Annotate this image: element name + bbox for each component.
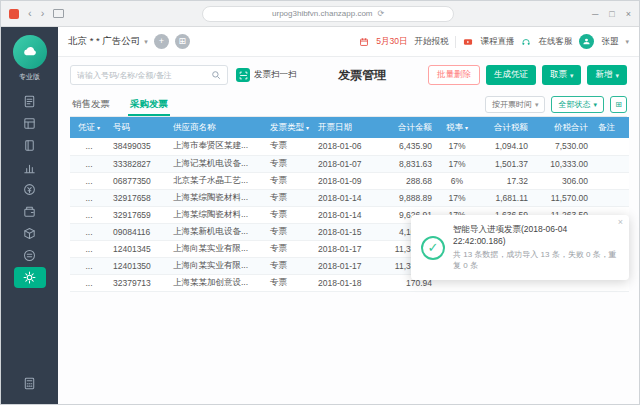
cell-tax: 1,094.10 [477, 138, 533, 155]
support-link[interactable]: 在线客服 [538, 36, 572, 48]
minimize-icon[interactable]: ─ [592, 9, 598, 19]
cell-date: 2018-01-09 [313, 172, 375, 189]
cell-number: 32917659 [108, 206, 168, 223]
column-header-number: 号码 [108, 117, 168, 138]
back-icon[interactable]: ‹ [28, 8, 32, 19]
sidebar-item-invoice[interactable] [14, 91, 46, 112]
cell-total: 10,333.00 [533, 155, 593, 172]
chevron-down-icon: ▾ [535, 101, 539, 108]
column-header-taxrate[interactable]: 税率▾ [437, 117, 477, 138]
column-header-type[interactable]: 发票类型▾ [265, 117, 313, 138]
cell-type: 专票 [265, 223, 313, 240]
cell-voucher: ... [70, 240, 108, 257]
column-header-voucher[interactable]: 凭证▾ [70, 117, 108, 138]
sidebar-bottom [14, 373, 46, 394]
get-invoice-button[interactable]: 取票▾ [542, 65, 582, 85]
sidebar-item-settings[interactable] [14, 267, 46, 288]
search-icon[interactable] [211, 70, 221, 80]
refresh-icon[interactable]: ⟳ [378, 9, 385, 18]
add-new-button[interactable]: 新增▾ [587, 65, 627, 85]
cell-date: 2018-01-17 [313, 257, 375, 274]
cell-amount: 8,831.63 [375, 155, 437, 172]
chevron-down-icon: ▾ [625, 38, 629, 45]
batch-delete-button[interactable]: 批量删除 [428, 65, 480, 85]
brand-logo[interactable] [13, 35, 47, 69]
cell-type: 专票 [265, 155, 313, 172]
search-input[interactable] [77, 71, 207, 80]
add-account-button[interactable]: + [154, 34, 169, 49]
cell-number: 12401350 [108, 257, 168, 274]
app-window: ‹ › urpog3hibfvn.chanzapp.com ⟳ ─ □ × 专业… [0, 0, 640, 405]
cell-type: 专票 [265, 138, 313, 155]
cell-amount: 6,435.90 [375, 138, 437, 155]
search-box [70, 65, 228, 85]
status-filter-button[interactable]: 全部状态▾ [551, 96, 604, 113]
sidebar-item-funds[interactable] [14, 179, 46, 200]
live-link[interactable]: 课程直播 [480, 36, 514, 48]
sidebar-item-voucher[interactable] [14, 113, 46, 134]
sidebar-item-assets[interactable] [14, 223, 46, 244]
scan-label: 发票扫一扫 [254, 69, 297, 81]
cell-note [593, 138, 629, 155]
cell-date: 2018-01-15 [313, 223, 375, 240]
toast-close-icon[interactable]: × [618, 218, 623, 227]
sidebar-item-ledger[interactable] [14, 135, 46, 156]
cell-type: 专票 [265, 189, 313, 206]
import-toast: ✓ 智能导入进项发票(2018-06-04 22:42:00.186) 共 13… [411, 215, 629, 280]
table-row[interactable]: ...32917658上海某综陶瓷材料...专票2018-01-149,888.… [70, 189, 629, 206]
cell-taxrate: 17% [437, 138, 477, 155]
browser-chrome: ‹ › urpog3hibfvn.chanzapp.com ⟳ ─ □ × [1, 1, 639, 27]
content-area: 发票扫一扫 发票管理 批量删除 生成凭证 取票▾ 新增▾ 销售发票 采购发票 [58, 57, 639, 404]
url-text: urpog3hibfvn.chanzapp.com [272, 9, 373, 18]
company-name: 北京 * * 广告公司 [68, 35, 140, 48]
column-header-tax: 合计税额 [477, 117, 533, 138]
tax-date-text[interactable]: 开始报税 [414, 36, 448, 48]
invoice-scan[interactable]: 发票扫一扫 [236, 68, 297, 82]
cell-number: 33382827 [108, 155, 168, 172]
table-header-row: 凭证▾号码供应商名称发票类型▾开票日期合计金额税率▾合计税额价税合计备注 [70, 117, 629, 138]
column-header-total: 价税合计 [533, 117, 593, 138]
forward-icon[interactable]: › [41, 8, 45, 19]
company-selector[interactable]: 北京 * * 广告公司 ▾ [68, 35, 148, 48]
tabs-icon[interactable] [53, 9, 64, 18]
cell-total: 11,570.00 [533, 189, 593, 206]
column-header-note: 备注 [593, 117, 629, 138]
sort-by-date-button[interactable]: 按开票时间▾ [485, 96, 546, 113]
avatar[interactable] [579, 34, 594, 49]
column-header-supplier: 供应商名称 [168, 117, 265, 138]
cell-date: 2018-01-06 [313, 138, 375, 155]
cell-date: 2018-01-07 [313, 155, 375, 172]
sort-caret-icon: ▾ [97, 125, 100, 131]
sidebar-item-tax[interactable] [14, 245, 46, 266]
table-row[interactable]: ...06877350北京某子水晶工艺...专票2018-01-09288.68… [70, 172, 629, 189]
column-settings-button[interactable]: ⊞ [610, 96, 627, 113]
address-bar[interactable]: urpog3hibfvn.chanzapp.com ⟳ [202, 6, 454, 22]
close-icon[interactable]: × [626, 9, 631, 19]
divider [455, 36, 456, 48]
table-row[interactable]: ...38499035上海市奉贤区某建...专票2018-01-066,435.… [70, 138, 629, 155]
cell-date: 2018-01-14 [313, 189, 375, 206]
tab-sales-invoices[interactable]: 销售发票 [70, 98, 112, 116]
cell-voucher: ... [70, 206, 108, 223]
cell-total: 7,530.00 [533, 138, 593, 155]
user-name[interactable]: 张盟 [601, 36, 618, 48]
sort-caret-icon: ▾ [465, 125, 468, 131]
edition-label: 专业版 [19, 72, 40, 82]
sidebar-item-checkout[interactable] [14, 373, 46, 394]
cell-voucher: ... [70, 223, 108, 240]
sidebar-item-report[interactable] [14, 157, 46, 178]
generate-voucher-button[interactable]: 生成凭证 [486, 65, 536, 85]
tab-purchase-invoices[interactable]: 采购发票 [128, 98, 170, 116]
cell-number: 32379713 [108, 274, 168, 291]
cell-supplier: 上海市奉贤区某建... [168, 138, 265, 155]
cell-type: 专票 [265, 172, 313, 189]
cell-number: 32917658 [108, 189, 168, 206]
cell-supplier: 上海记某机电设备... [168, 155, 265, 172]
sidebar-item-salary[interactable] [14, 201, 46, 222]
table-row[interactable]: ...33382827上海记某机电设备...专票2018-01-078,831.… [70, 155, 629, 172]
live-icon [463, 37, 473, 47]
cell-date: 2018-01-17 [313, 240, 375, 257]
cell-supplier: 上海某某加创意设... [168, 274, 265, 291]
apps-grid-button[interactable]: ⊞ [175, 34, 190, 49]
maximize-icon[interactable]: □ [609, 9, 614, 19]
